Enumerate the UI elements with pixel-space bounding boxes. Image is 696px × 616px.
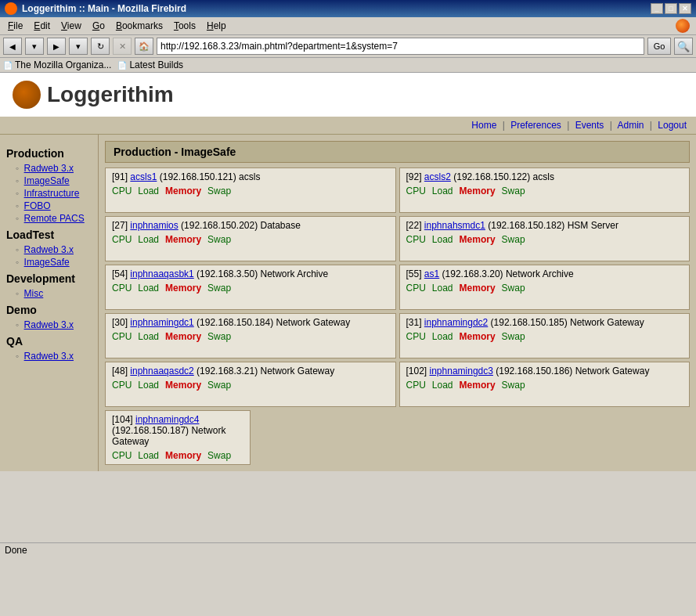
sidebar-item-radweb-prod[interactable]: ◦ Radweb 3.x: [16, 163, 92, 174]
sidebar-item-infrastructure[interactable]: ◦ Infrastructure: [16, 188, 92, 199]
link-load-inphnaaqasbk1[interactable]: Load: [138, 283, 159, 294]
link-swap-inphnamingdc2[interactable]: Swap: [502, 331, 525, 342]
link-memory-inphnaaqasbk1[interactable]: Memory: [165, 283, 201, 294]
server-link-inphnamingdc2[interactable]: inphnamingdc2: [424, 317, 488, 328]
sidebar-item-remotepacs[interactable]: ◦ Remote PACS: [16, 213, 92, 224]
link-memory-inphnaaqasdc2[interactable]: Memory: [165, 380, 201, 391]
link-memory-inphnamios[interactable]: Memory: [165, 234, 201, 245]
link-load-inphnamingdc4[interactable]: Load: [138, 450, 159, 461]
menu-edit[interactable]: Edit: [29, 19, 55, 33]
minimize-button[interactable]: _: [651, 3, 663, 14]
window-controls[interactable]: _ □ ✕: [651, 3, 691, 14]
link-cpu-acsls1[interactable]: CPU: [112, 186, 132, 196]
sidebar-link-imagesafe-lt[interactable]: ImageSafe: [24, 257, 70, 268]
sidebar-link-fobo[interactable]: FOBO: [24, 200, 51, 211]
link-memory-inphnahsmdc1[interactable]: Memory: [460, 234, 496, 245]
sidebar-link-radweb-demo[interactable]: Radweb 3.x: [24, 319, 74, 330]
server-link-acsls1[interactable]: acsls1: [130, 171, 157, 182]
nav-events[interactable]: Events: [575, 120, 604, 131]
menu-help[interactable]: Help: [202, 19, 231, 33]
link-memory-as1[interactable]: Memory: [460, 283, 496, 294]
sidebar-link-remotepacs[interactable]: Remote PACS: [24, 213, 85, 224]
link-swap-inphnamios[interactable]: Swap: [207, 234, 231, 245]
link-load-as1[interactable]: Load: [432, 283, 453, 294]
sidebar-item-radweb-lt[interactable]: ◦ Radweb 3.x: [16, 244, 92, 255]
search-button[interactable]: 🔍: [674, 38, 693, 55]
link-swap-as1[interactable]: Swap: [502, 283, 525, 294]
link-memory-inphnamingdc1[interactable]: Memory: [165, 331, 201, 342]
link-cpu-inphnahsmdc1[interactable]: CPU: [406, 234, 426, 245]
bookmark-mozilla[interactable]: 📄 The Mozilla Organiza...: [3, 59, 111, 70]
link-swap-inphnamingdc4[interactable]: Swap: [207, 450, 231, 461]
server-link-as1[interactable]: as1: [424, 268, 439, 279]
menu-file[interactable]: File: [3, 19, 27, 33]
link-memory-inphnamingdc2[interactable]: Memory: [460, 331, 496, 342]
link-memory-acsls2[interactable]: Memory: [460, 186, 496, 196]
nav-admin[interactable]: Admin: [617, 120, 644, 131]
url-input[interactable]: http://192.168.3.23/main.phtml?departmen…: [157, 38, 644, 55]
sidebar-link-misc[interactable]: Misc: [24, 288, 44, 299]
link-load-acsls1[interactable]: Load: [138, 186, 159, 196]
restore-button[interactable]: □: [665, 3, 677, 14]
link-swap-acsls2[interactable]: Swap: [502, 186, 525, 196]
sidebar-item-imagesafe-prod[interactable]: ◦ ImageSafe: [16, 175, 92, 186]
link-swap-inphnaaqasdc2[interactable]: Swap: [207, 380, 231, 391]
sidebar-link-radweb-prod[interactable]: Radweb 3.x: [24, 163, 74, 174]
sidebar-link-infrastructure[interactable]: Infrastructure: [24, 188, 80, 199]
link-cpu-inphnamios[interactable]: CPU: [112, 234, 132, 245]
server-link-inphnaaqasbk1[interactable]: inphnaaqasbk1: [130, 268, 193, 279]
link-swap-inphnamingdc1[interactable]: Swap: [207, 331, 231, 342]
link-cpu-inphnaaqasdc2[interactable]: CPU: [112, 380, 132, 391]
link-memory-acsls1[interactable]: Memory: [165, 186, 201, 196]
bookmark-latest[interactable]: 📄 Latest Builds: [117, 59, 183, 70]
link-swap-acsls1[interactable]: Swap: [207, 186, 231, 196]
server-link-inphnamingdc4[interactable]: inphnamingdc4: [135, 414, 199, 425]
link-load-inphnahsmdc1[interactable]: Load: [432, 234, 453, 245]
menu-bookmarks[interactable]: Bookmarks: [111, 19, 168, 33]
sidebar-item-imagesafe-lt[interactable]: ◦ ImageSafe: [16, 257, 92, 268]
nav-home[interactable]: Home: [471, 120, 496, 131]
forward-button[interactable]: ▶: [47, 38, 66, 55]
link-memory-inphnamingdc4[interactable]: Memory: [165, 450, 201, 461]
sidebar-item-radweb-demo[interactable]: ◦ Radweb 3.x: [16, 319, 92, 330]
link-load-inphnamingdc3[interactable]: Load: [432, 380, 453, 391]
back-button[interactable]: ◀: [3, 38, 22, 55]
link-load-acsls2[interactable]: Load: [432, 186, 453, 196]
link-cpu-inphnamingdc2[interactable]: CPU: [406, 331, 426, 342]
server-link-inphnahsmdc1[interactable]: inphnahsmdc1: [424, 220, 485, 231]
sidebar-item-fobo[interactable]: ◦ FOBO: [16, 200, 92, 211]
reload-button[interactable]: ↻: [91, 38, 110, 55]
close-button[interactable]: ✕: [679, 3, 691, 14]
link-memory-inphnamingdc3[interactable]: Memory: [460, 380, 496, 391]
forward-dropdown-button[interactable]: ▾: [69, 38, 88, 55]
server-link-inphnamios[interactable]: inphnamios: [130, 220, 178, 231]
menu-view[interactable]: View: [56, 19, 86, 33]
nav-logout[interactable]: Logout: [658, 120, 687, 131]
link-swap-inphnamingdc3[interactable]: Swap: [502, 380, 525, 391]
link-cpu-as1[interactable]: CPU: [406, 283, 426, 294]
sidebar-link-radweb-lt[interactable]: Radweb 3.x: [24, 244, 74, 255]
link-load-inphnamingdc1[interactable]: Load: [138, 331, 159, 342]
sidebar-item-misc[interactable]: ◦ Misc: [16, 288, 92, 299]
back-dropdown-button[interactable]: ▾: [25, 38, 44, 55]
link-swap-inphnaaqasbk1[interactable]: Swap: [207, 283, 231, 294]
link-cpu-inphnamingdc4[interactable]: CPU: [112, 450, 132, 461]
nav-preferences[interactable]: Preferences: [510, 120, 561, 131]
menu-go[interactable]: Go: [88, 19, 110, 33]
link-load-inphnaaqasdc2[interactable]: Load: [138, 380, 159, 391]
server-link-acsls2[interactable]: acsls2: [424, 171, 451, 182]
go-button[interactable]: Go: [647, 38, 671, 55]
sidebar-link-imagesafe-prod[interactable]: ImageSafe: [24, 175, 70, 186]
link-cpu-acsls2[interactable]: CPU: [406, 186, 426, 196]
link-load-inphnamios[interactable]: Load: [138, 234, 159, 245]
sidebar-link-radweb-qa[interactable]: Radweb 3.x: [24, 351, 74, 362]
link-load-inphnamingdc2[interactable]: Load: [432, 331, 453, 342]
server-link-inphnamingdc3[interactable]: inphnamingdc3: [430, 366, 493, 376]
link-cpu-inphnamingdc1[interactable]: CPU: [112, 331, 132, 342]
server-link-inphnamingdc1[interactable]: inphnamingdc1: [130, 317, 193, 328]
link-swap-inphnahsmdc1[interactable]: Swap: [502, 234, 525, 245]
menu-tools[interactable]: Tools: [169, 19, 200, 33]
link-cpu-inphnamingdc3[interactable]: CPU: [406, 380, 426, 391]
home-button[interactable]: 🏠: [135, 38, 153, 55]
link-cpu-inphnaaqasbk1[interactable]: CPU: [112, 283, 132, 294]
